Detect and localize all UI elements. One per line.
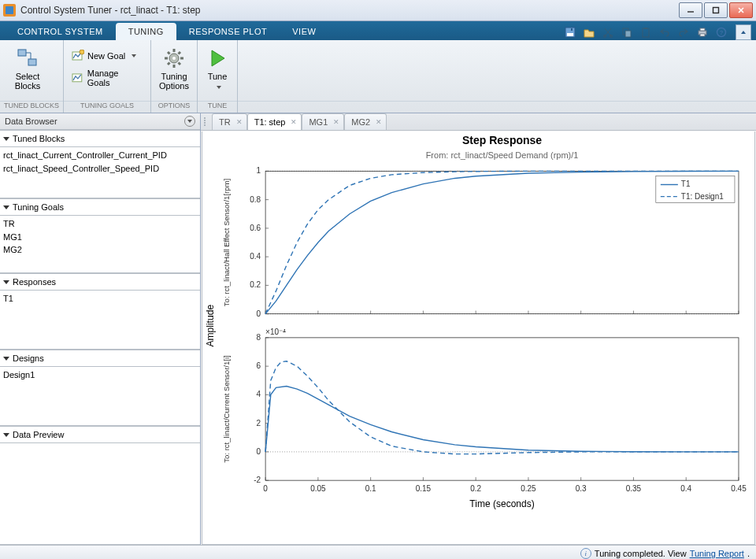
tab-tuning[interactable]: TUNING (116, 23, 176, 40)
close-tab-icon[interactable]: ✕ (333, 118, 339, 126)
svg-rect-10 (625, 31, 631, 37)
list-item[interactable]: MG2 (3, 243, 197, 257)
main-area: Data Browser Tuned Blocks rct_linact_Cur… (0, 113, 756, 545)
svg-text:Time (seconds): Time (seconds) (469, 498, 534, 509)
redo-icon[interactable] (676, 24, 691, 40)
svg-text:0.1: 0.1 (365, 484, 376, 493)
plot-area[interactable]: Step ResponseFrom: rct_linact/Speed Dema… (202, 131, 755, 545)
svg-text:0.15: 0.15 (416, 484, 432, 493)
tab-grip-icon[interactable] (204, 113, 209, 130)
print-icon[interactable] (695, 24, 710, 40)
svg-text:0: 0 (263, 484, 268, 493)
document-tab[interactable]: T1: step✕ (247, 113, 302, 130)
document-tab[interactable]: MG2✕ (344, 113, 387, 130)
svg-text:T1: Design1: T1: Design1 (681, 192, 724, 201)
svg-text:0: 0 (257, 447, 261, 456)
undo-icon[interactable] (657, 24, 673, 40)
svg-text:2: 2 (257, 419, 261, 428)
list-item[interactable]: rct_linact_Current_Controller_Current_PI… (3, 149, 197, 162)
svg-text:4: 4 (257, 390, 261, 398)
svg-line-32 (168, 63, 170, 65)
select-blocks-button[interactable]: Select Blocks (5, 43, 50, 91)
manage-goals-label: Manage Goals (87, 68, 143, 87)
svg-text:0.8: 0.8 (250, 195, 261, 204)
tuning-options-label: Tuning Options (159, 72, 189, 91)
document-tab[interactable]: TR✕ (212, 113, 247, 130)
close-button[interactable] (729, 2, 753, 18)
tuned-blocks-header[interactable]: Tuned Blocks (0, 130, 200, 147)
select-blocks-label: Select Blocks (15, 72, 40, 91)
svg-rect-5 (567, 33, 573, 36)
collapse-toolstrip-button[interactable] (736, 24, 751, 40)
tuning-goals-header[interactable]: Tuning Goals (0, 198, 200, 216)
data-preview-list[interactable] (0, 443, 200, 545)
manage-goals-icon (72, 72, 84, 84)
svg-text:6: 6 (257, 361, 261, 370)
group-label-tuned-blocks: TUNED BLOCKS (0, 101, 63, 113)
tab-control-system[interactable]: CONTROL SYSTEM (5, 23, 116, 40)
paste-icon[interactable] (638, 24, 654, 40)
panel-menu-icon[interactable] (184, 116, 195, 127)
app-icon (3, 4, 16, 17)
new-goal-button[interactable]: New Goal (69, 46, 146, 65)
close-tab-icon[interactable]: ✕ (291, 118, 297, 126)
list-item[interactable]: Design1 (3, 368, 197, 382)
tuning-options-button[interactable]: Tuning Options (156, 43, 192, 91)
window-title: Control System Tuner - rct_linact - T1: … (20, 5, 677, 16)
svg-text:8: 8 (257, 333, 261, 342)
toolstrip: Select Blocks TUNED BLOCKS New Goal Mana… (0, 40, 756, 113)
copy-icon[interactable] (619, 24, 635, 40)
svg-text:0.25: 0.25 (521, 484, 536, 493)
close-tab-icon[interactable]: ✕ (376, 118, 382, 126)
toolstrip-tab-bar: CONTROL SYSTEM TUNING RESPONSE PLOT VIEW… (0, 21, 756, 40)
document-tab-label: TR (219, 117, 231, 127)
info-icon: i (580, 548, 591, 559)
group-label-tuning-goals: TUNING GOALS (64, 101, 150, 113)
svg-point-24 (172, 57, 176, 60)
cut-icon[interactable] (600, 24, 616, 40)
group-label-options: OPTIONS (151, 101, 197, 113)
svg-text:0: 0 (257, 309, 261, 318)
quick-access-toolbar: ? (562, 24, 756, 40)
open-session-icon[interactable] (581, 24, 597, 40)
designs-header[interactable]: Designs (0, 350, 200, 367)
svg-line-29 (168, 52, 170, 54)
svg-rect-19 (28, 59, 36, 65)
help-icon[interactable]: ? (713, 24, 729, 40)
responses-list[interactable]: T1 (0, 291, 200, 350)
responses-header[interactable]: Responses (0, 273, 200, 291)
svg-text:0.45: 0.45 (731, 484, 747, 493)
svg-text:×10⁻⁴: ×10⁻⁴ (265, 328, 286, 336)
tab-response-plot[interactable]: RESPONSE PLOT (176, 23, 280, 40)
maximize-button[interactable] (704, 2, 728, 18)
document-area: TR✕T1: step✕MG1✕MG2✕ Step ResponseFrom: … (201, 113, 756, 545)
save-session-icon[interactable] (562, 24, 578, 40)
manage-goals-button[interactable]: Manage Goals (69, 68, 146, 87)
list-item[interactable]: MG1 (3, 231, 197, 244)
data-browser-panel: Data Browser Tuned Blocks rct_linact_Cur… (0, 113, 201, 545)
document-tab-label: MG1 (309, 117, 328, 127)
list-item[interactable]: TR (3, 217, 197, 231)
svg-rect-6 (571, 28, 573, 31)
svg-point-21 (80, 50, 84, 54)
window-titlebar: Control System Tuner - rct_linact - T1: … (0, 0, 756, 21)
close-tab-icon[interactable]: ✕ (236, 118, 243, 126)
document-tab[interactable]: MG1✕ (302, 113, 344, 130)
data-preview-header[interactable]: Data Preview (0, 426, 200, 443)
svg-text:To: rct_linact/Hall Effect Sen: To: rct_linact/Hall Effect Sensor/1[rpm] (222, 179, 231, 306)
designs-list[interactable]: Design1 (0, 367, 200, 426)
tune-button[interactable]: Tune (202, 43, 232, 91)
minimize-button[interactable] (679, 2, 702, 18)
tuning-goals-list[interactable]: TRMG1MG2 (0, 216, 200, 273)
select-blocks-icon (16, 46, 39, 70)
tuned-blocks-list[interactable]: rct_linact_Current_Controller_Current_PI… (0, 147, 200, 198)
list-item[interactable]: T1 (3, 292, 197, 305)
svg-text:0.2: 0.2 (470, 484, 481, 493)
svg-text:0.2: 0.2 (250, 280, 261, 289)
tuning-report-link[interactable]: Tuning Report (690, 549, 744, 558)
status-bar: i Tuning completed. View Tuning Report. (0, 545, 756, 559)
svg-rect-15 (700, 34, 705, 36)
svg-text:T1: T1 (681, 180, 691, 188)
list-item[interactable]: rct_linact_Speed_Controller_Speed_PID (3, 162, 197, 176)
tab-view[interactable]: VIEW (280, 23, 328, 40)
